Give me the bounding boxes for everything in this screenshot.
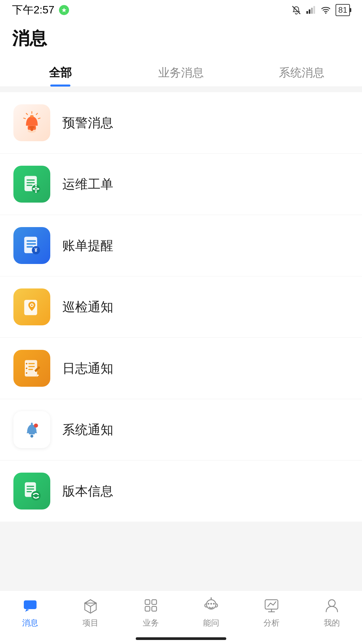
version-label: 版本信息 <box>62 483 113 500</box>
svg-point-54 <box>31 491 41 500</box>
page-header: 消息 <box>0 20 362 57</box>
list-item-bill[interactable]: ¥ 账单提醒 <box>0 215 362 276</box>
svg-rect-41 <box>28 366 35 367</box>
list-item-inspect[interactable]: 巡检通知 <box>0 276 362 338</box>
status-bar: 下午2:57 81 <box>0 0 362 20</box>
svg-point-48 <box>31 435 34 438</box>
svg-rect-64 <box>145 606 150 611</box>
svg-rect-46 <box>29 433 35 434</box>
nav-business-icon <box>141 596 160 615</box>
version-icon <box>13 473 50 509</box>
alert-label: 预警消息 <box>62 114 113 131</box>
svg-rect-3 <box>311 8 313 14</box>
bill-icon: ¥ <box>13 227 50 264</box>
svg-rect-4 <box>313 6 315 14</box>
list-item-log[interactable]: 日志通知 <box>0 338 362 399</box>
signal-icon <box>306 5 316 15</box>
svg-rect-58 <box>26 603 35 604</box>
nav-mine[interactable]: 我的 <box>302 596 362 628</box>
nav-ai-icon <box>202 596 221 615</box>
svg-rect-62 <box>145 600 150 604</box>
list-item-system-notify[interactable]: 系统通知 <box>0 399 362 461</box>
svg-rect-29 <box>26 243 36 245</box>
inspect-label: 巡检通知 <box>62 299 113 316</box>
status-icons: 81 <box>291 4 350 16</box>
svg-rect-65 <box>152 606 157 611</box>
svg-point-39 <box>25 372 28 374</box>
workorder-icon <box>13 166 50 203</box>
workorder-label: 运维工单 <box>62 176 113 193</box>
svg-text:¥: ¥ <box>35 247 38 253</box>
alert-icon <box>13 104 50 141</box>
nav-mine-label: 我的 <box>324 618 340 628</box>
tab-system[interactable]: 系统消息 <box>241 57 362 87</box>
wifi-icon <box>321 5 331 15</box>
svg-rect-1 <box>306 11 308 14</box>
nav-message-icon <box>21 596 40 615</box>
svg-point-37 <box>25 363 28 365</box>
svg-line-11 <box>26 113 27 115</box>
svg-point-75 <box>328 600 335 606</box>
bill-label: 账单提醒 <box>62 237 113 254</box>
svg-rect-51 <box>26 486 34 487</box>
svg-rect-52 <box>26 488 34 490</box>
svg-rect-59 <box>26 605 32 606</box>
svg-point-5 <box>325 12 326 14</box>
log-icon <box>13 350 50 387</box>
svg-rect-42 <box>28 369 33 370</box>
page-title: 消息 <box>12 27 350 57</box>
nav-ai-label: 能问 <box>203 618 219 628</box>
svg-point-38 <box>25 367 28 370</box>
mute-icon <box>291 5 301 15</box>
bottom-nav: 消息 项目 业务 <box>0 590 362 644</box>
svg-rect-2 <box>309 9 310 14</box>
nav-ai[interactable]: 能问 <box>181 596 241 628</box>
nav-analysis[interactable]: 分析 <box>241 596 302 628</box>
svg-line-12 <box>38 118 40 119</box>
svg-rect-40 <box>28 363 35 364</box>
notification-dot <box>59 5 69 15</box>
svg-point-14 <box>29 126 35 128</box>
nav-business-label: 业务 <box>143 618 159 628</box>
tab-all[interactable]: 全部 <box>0 57 121 87</box>
svg-point-35 <box>31 304 33 306</box>
inspect-icon <box>13 288 50 325</box>
svg-point-71 <box>210 597 212 599</box>
nav-analysis-icon <box>262 596 281 615</box>
nav-message[interactable]: 消息 <box>0 596 60 628</box>
svg-rect-63 <box>152 600 157 604</box>
nav-mine-icon <box>322 596 341 615</box>
svg-line-13 <box>24 118 25 119</box>
list-item-alert[interactable]: 预警消息 <box>0 92 362 154</box>
tabs-container: 全部 业务消息 系统消息 <box>0 57 362 87</box>
message-list: 预警消息 运维工单 <box>0 92 362 522</box>
nav-business[interactable]: 业务 <box>121 596 181 628</box>
list-item-version[interactable]: 版本信息 <box>0 461 362 522</box>
svg-point-15 <box>31 128 34 131</box>
svg-rect-24 <box>35 191 37 193</box>
svg-point-68 <box>210 603 212 605</box>
svg-rect-28 <box>26 240 36 241</box>
svg-point-69 <box>213 603 215 605</box>
nav-project-icon <box>81 596 100 615</box>
nav-project-label: 项目 <box>82 618 99 628</box>
svg-point-67 <box>208 603 209 605</box>
svg-point-49 <box>34 424 38 428</box>
system-notify-label: 系统通知 <box>62 421 113 438</box>
svg-rect-18 <box>26 182 35 183</box>
tab-business[interactable]: 业务消息 <box>121 57 241 87</box>
svg-rect-23 <box>35 185 37 186</box>
log-label: 日志通知 <box>62 360 113 377</box>
nav-analysis-label: 分析 <box>263 618 280 628</box>
svg-rect-19 <box>26 185 33 186</box>
svg-rect-17 <box>26 179 35 181</box>
svg-rect-72 <box>265 600 278 609</box>
svg-rect-26 <box>38 188 39 190</box>
status-time: 下午2:57 <box>12 3 54 17</box>
svg-rect-8 <box>30 115 34 117</box>
nav-project[interactable]: 项目 <box>60 596 121 628</box>
svg-rect-25 <box>33 188 34 190</box>
system-notify-icon <box>13 411 50 448</box>
svg-point-22 <box>35 188 37 190</box>
list-item-workorder[interactable]: 运维工单 <box>0 154 362 215</box>
